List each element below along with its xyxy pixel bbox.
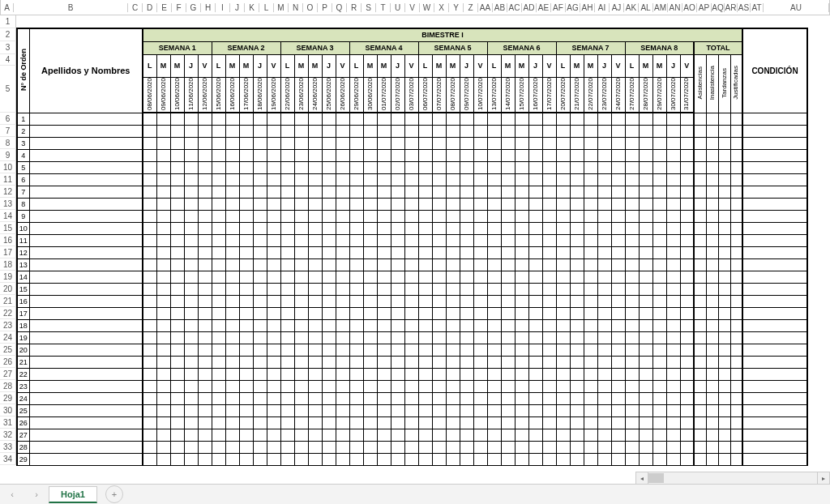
cell-attendance[interactable]: [322, 380, 336, 392]
cell-condicion[interactable]: [742, 295, 807, 307]
cell-attendance[interactable]: [322, 149, 336, 161]
cell-attendance[interactable]: [418, 137, 432, 149]
cell-attendance[interactable]: [308, 234, 322, 246]
cell-attendance[interactable]: [473, 234, 487, 246]
cell-attendance[interactable]: [267, 149, 280, 161]
cell-attendance[interactable]: [487, 368, 501, 380]
cell-attendance[interactable]: [239, 258, 253, 271]
cell-attendance[interactable]: [391, 380, 404, 392]
cell-attendance[interactable]: [528, 210, 542, 222]
cell-attendance[interactable]: [542, 173, 556, 186]
cell-condicion[interactable]: [742, 113, 807, 125]
cell-attendance[interactable]: [156, 149, 170, 161]
cell-attendance[interactable]: [625, 113, 639, 125]
cell-attendance[interactable]: [143, 173, 156, 186]
cell-attendance[interactable]: [156, 404, 170, 416]
cell-total[interactable]: [730, 113, 742, 125]
cell-attendance[interactable]: [652, 283, 666, 295]
cell-attendance[interactable]: [418, 392, 432, 404]
cell-attendance[interactable]: [432, 416, 446, 429]
cell-attendance[interactable]: [267, 295, 280, 307]
cell-attendance[interactable]: [418, 210, 432, 222]
cell-nombres[interactable]: [29, 198, 143, 210]
cell-total[interactable]: [718, 331, 730, 344]
row-header[interactable]: 25: [0, 344, 16, 356]
cell-attendance[interactable]: [528, 137, 542, 149]
cell-attendance[interactable]: [322, 113, 336, 125]
cell-attendance[interactable]: [170, 453, 184, 465]
cell-attendance[interactable]: [611, 295, 625, 307]
cell-attendance[interactable]: [542, 416, 556, 429]
cell-attendance[interactable]: [404, 113, 418, 125]
cell-attendance[interactable]: [322, 295, 336, 307]
cell-attendance[interactable]: [666, 271, 680, 283]
cell-attendance[interactable]: [391, 173, 404, 186]
cell-attendance[interactable]: [570, 222, 584, 234]
cell-attendance[interactable]: [460, 453, 473, 465]
col-header-U[interactable]: U: [391, 3, 405, 12]
cell-attendance[interactable]: [143, 295, 156, 307]
cell-total[interactable]: [694, 149, 706, 161]
cell-attendance[interactable]: [556, 271, 570, 283]
cell-attendance[interactable]: [198, 453, 212, 465]
cell-attendance[interactable]: [280, 161, 294, 173]
cell-attendance[interactable]: [308, 198, 322, 210]
cell-attendance[interactable]: [184, 161, 198, 173]
cell-attendance[interactable]: [336, 429, 349, 441]
cell-attendance[interactable]: [473, 173, 487, 186]
cell-attendance[interactable]: [446, 295, 460, 307]
cell-attendance[interactable]: [515, 441, 528, 453]
cell-total[interactable]: [730, 368, 742, 380]
cell-attendance[interactable]: [584, 344, 597, 356]
cell-attendance[interactable]: [225, 125, 239, 137]
cell-attendance[interactable]: [349, 234, 363, 246]
cell-attendance[interactable]: [432, 198, 446, 210]
cell-attendance[interactable]: [404, 429, 418, 441]
cell-attendance[interactable]: [515, 429, 528, 441]
cell-attendance[interactable]: [432, 125, 446, 137]
cell-attendance[interactable]: [584, 149, 597, 161]
cell-attendance[interactable]: [473, 125, 487, 137]
cell-attendance[interactable]: [322, 186, 336, 198]
cell-attendance[interactable]: [239, 331, 253, 344]
cell-attendance[interactable]: [294, 380, 308, 392]
cell-attendance[interactable]: [515, 307, 528, 319]
cell-attendance[interactable]: [253, 125, 267, 137]
cell-attendance[interactable]: [666, 125, 680, 137]
cell-attendance[interactable]: [542, 271, 556, 283]
cell-attendance[interactable]: [625, 258, 639, 271]
cell-attendance[interactable]: [570, 404, 584, 416]
cell-attendance[interactable]: [528, 295, 542, 307]
cell-attendance[interactable]: [666, 234, 680, 246]
cell-attendance[interactable]: [267, 113, 280, 125]
cell-total[interactable]: [706, 210, 718, 222]
cell-attendance[interactable]: [377, 429, 391, 441]
cell-attendance[interactable]: [611, 198, 625, 210]
cell-attendance[interactable]: [336, 234, 349, 246]
cell-attendance[interactable]: [267, 331, 280, 344]
cell-attendance[interactable]: [184, 283, 198, 295]
cell-attendance[interactable]: [639, 392, 652, 404]
cell-attendance[interactable]: [556, 198, 570, 210]
cell-attendance[interactable]: [391, 319, 404, 331]
cell-total[interactable]: [718, 113, 730, 125]
cell-attendance[interactable]: [528, 416, 542, 429]
cell-total[interactable]: [718, 295, 730, 307]
cell-attendance[interactable]: [143, 137, 156, 149]
cell-nombres[interactable]: [29, 210, 143, 222]
cell-attendance[interactable]: [680, 344, 694, 356]
cell-attendance[interactable]: [680, 404, 694, 416]
cell-attendance[interactable]: [556, 380, 570, 392]
cell-total[interactable]: [694, 125, 706, 137]
cell-attendance[interactable]: [652, 392, 666, 404]
cell-attendance[interactable]: [446, 331, 460, 344]
cell-attendance[interactable]: [239, 137, 253, 149]
cell-attendance[interactable]: [652, 210, 666, 222]
cell-attendance[interactable]: [611, 258, 625, 271]
cell-attendance[interactable]: [253, 453, 267, 465]
cell-attendance[interactable]: [487, 295, 501, 307]
cell-attendance[interactable]: [336, 198, 349, 210]
cell-attendance[interactable]: [363, 453, 377, 465]
cell-attendance[interactable]: [225, 344, 239, 356]
cell-attendance[interactable]: [528, 283, 542, 295]
